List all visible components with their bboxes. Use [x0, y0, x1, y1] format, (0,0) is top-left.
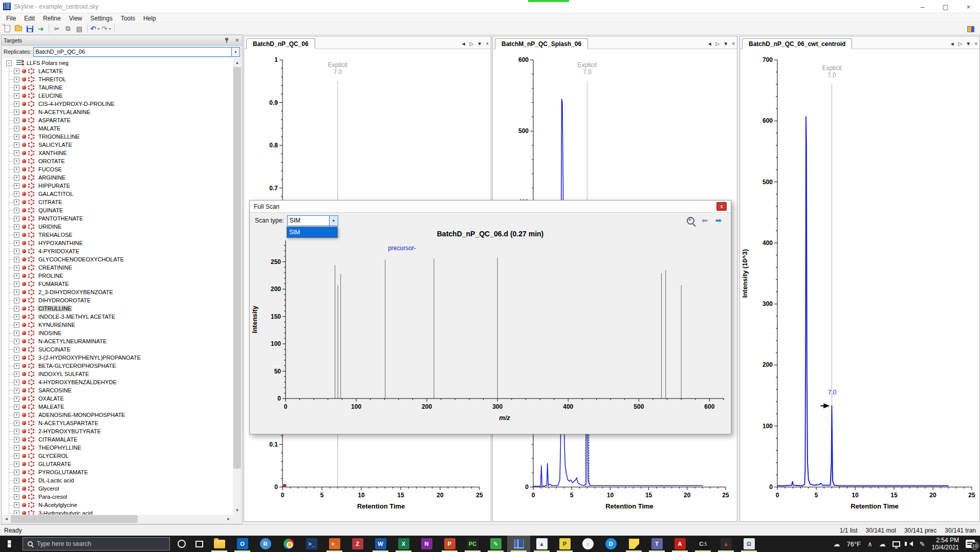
tree-item[interactable]: +SALICYLATE	[2, 141, 233, 149]
expand-icon[interactable]: +	[14, 216, 19, 222]
tree-item[interactable]: +N-ACETYLASPARTATE	[2, 419, 233, 427]
tree-item[interactable]: +SUCCINATE	[2, 345, 233, 354]
tree-item[interactable]: +Glycerol	[2, 484, 233, 493]
tree-item[interactable]: +KYNURENINE	[2, 321, 233, 329]
start-button[interactable]	[0, 536, 23, 552]
tree-item[interactable]: +CITRAMALATE	[2, 435, 233, 444]
scan-type-combo[interactable]: SIM ▼	[287, 215, 338, 226]
expand-icon[interactable]: +	[14, 290, 19, 295]
taskbar-file-explorer-icon[interactable]	[208, 536, 231, 552]
expand-icon[interactable]: +	[14, 109, 19, 115]
tree-root[interactable]: −LLFS Polars neg	[2, 59, 233, 67]
copy-button[interactable]: ⧉	[63, 24, 73, 34]
zoom-icon[interactable]	[687, 217, 694, 225]
panel-menu-icon[interactable]: ▼	[477, 41, 482, 47]
expand-icon[interactable]: +	[14, 273, 19, 279]
clock[interactable]: 2:54 PM 10/4/2021	[932, 537, 959, 551]
expand-icon[interactable]: +	[14, 240, 19, 246]
tree-item[interactable]: +LACTATE	[2, 67, 233, 75]
taskbar-cmd-icon[interactable]: C:\	[691, 536, 714, 552]
taskbar-itunes-icon[interactable]: ♪	[576, 536, 599, 552]
tree-item[interactable]: +LEUCINE	[2, 92, 233, 100]
expand-icon[interactable]: +	[14, 494, 19, 500]
targets-vertical-scrollbar[interactable]: ▲ ▼	[233, 58, 242, 515]
tree-item[interactable]: +ADENOSINE-MONOPHOSPHATE	[2, 411, 233, 419]
import-results-button[interactable]: ➔	[36, 24, 46, 34]
prev-tab-icon[interactable]: ◄	[461, 41, 466, 47]
tree-item[interactable]: +3-Hydroxybutyric acid	[2, 509, 233, 515]
menu-view[interactable]: View	[65, 14, 86, 23]
expand-icon[interactable]: +	[14, 265, 19, 271]
expand-icon[interactable]: +	[14, 470, 19, 475]
taskbar-msconvert-icon[interactable]: ▲	[714, 536, 737, 552]
network-icon[interactable]	[892, 541, 900, 547]
taskbar-outlook-icon[interactable]: O	[231, 536, 254, 552]
tree-item[interactable]: +OROTATE	[2, 157, 233, 165]
taskbar-notes-app-icon[interactable]: ✎	[484, 536, 507, 552]
tree-item[interactable]: +3-(2-HYDROXYPHENYL)PROPANOATE	[2, 354, 233, 362]
expand-icon[interactable]: +	[14, 355, 19, 361]
tree-item[interactable]: +GLUTARATE	[2, 460, 233, 468]
temperature[interactable]: 76°F	[847, 540, 861, 548]
expand-icon[interactable]: +	[14, 363, 19, 369]
expand-icon[interactable]: +	[14, 77, 19, 82]
tree-item[interactable]: +URIDINE	[2, 223, 233, 231]
tree-item[interactable]: +DL-Lactic acid	[2, 476, 233, 484]
expand-icon[interactable]: +	[14, 298, 19, 303]
scroll-left-icon[interactable]: ◄	[2, 515, 11, 523]
expand-icon[interactable]: +	[14, 101, 19, 107]
tree-item[interactable]: +4-HYDROXYBENZALDEHYDE	[2, 378, 233, 386]
tree-item[interactable]: +FUCOSE	[2, 165, 233, 173]
expand-icon[interactable]: +	[14, 249, 19, 254]
tab-BatchM_nP_QC_Splash_06[interactable]: BatchM_nP_QC_Splash_06	[495, 38, 588, 49]
menu-tools[interactable]: Tools	[117, 14, 139, 23]
expand-icon[interactable]: +	[14, 257, 19, 262]
taskbar-zotero-icon[interactable]: Z	[346, 536, 369, 552]
new-document-button[interactable]	[2, 24, 12, 34]
targets-close-icon[interactable]: ×	[234, 37, 240, 44]
panel-menu-icon[interactable]: ▼	[966, 41, 971, 47]
tab-BatchD_nP_QC_06[interactable]: BatchD_nP_QC_06	[246, 38, 315, 49]
library-button[interactable]	[966, 24, 976, 34]
tree-item[interactable]: +XANTHINE	[2, 149, 233, 157]
panel-menu-icon[interactable]: ▼	[723, 41, 728, 47]
cut-button[interactable]: ✂	[52, 24, 62, 34]
taskbar-word-icon[interactable]: W	[369, 536, 392, 552]
save-button[interactable]	[25, 24, 35, 34]
tree-item[interactable]: +QUINATE	[2, 206, 233, 214]
taskbar-docker-icon[interactable]: D	[599, 536, 622, 552]
search-input[interactable]: Type here to search	[23, 537, 170, 550]
expand-icon[interactable]: +	[14, 437, 19, 443]
taskbar-onenote-icon[interactable]: N	[415, 536, 438, 552]
menu-help[interactable]: Help	[139, 14, 160, 23]
tree-item[interactable]: +MALATE	[2, 124, 233, 133]
onedrive-icon[interactable]: ☁	[879, 540, 886, 548]
tree-item[interactable]: +ASPARTATE	[2, 116, 233, 124]
next-tab-icon[interactable]: ▷	[959, 41, 963, 47]
tree-item[interactable]: +CITRULLINE	[2, 304, 233, 313]
expand-icon[interactable]: +	[14, 322, 19, 328]
expand-icon[interactable]: +	[14, 486, 19, 492]
pen-icon[interactable]: ✎	[920, 540, 925, 548]
menu-edit[interactable]: Edit	[20, 14, 39, 23]
cortana-button[interactable]	[173, 540, 190, 548]
targets-horizontal-scrollbar[interactable]: ◄ ►	[2, 515, 233, 523]
tree-item[interactable]: +TRIGONELLINE	[2, 133, 233, 141]
tree-item[interactable]: +BETA-GLYCEROPHOSPHATE	[2, 362, 233, 370]
expand-icon[interactable]: +	[14, 306, 19, 312]
tree-item[interactable]: +N-ACETYLNEURAMINATE	[2, 337, 233, 345]
tree-item[interactable]: +HIPPURATE	[2, 182, 233, 190]
tree-item[interactable]: +CIS-4-HYDROXY-D-PROLINE	[2, 100, 233, 108]
tree-item[interactable]: +N-ACETYLALANINE	[2, 108, 233, 116]
tree-item[interactable]: +DIHYDROOROTATE	[2, 296, 233, 304]
expand-icon[interactable]: +	[14, 330, 19, 336]
taskbar-acrobat-icon[interactable]: A	[668, 536, 691, 552]
taskbar-chrome-icon[interactable]	[277, 536, 300, 552]
expand-icon[interactable]: +	[14, 191, 19, 197]
expand-icon[interactable]: +	[14, 461, 19, 467]
tree-item[interactable]: +INDOXYL SULFATE	[2, 370, 233, 378]
prev-scan-icon[interactable]: ⬅	[702, 216, 708, 225]
tree-item[interactable]: +SARCOSINE	[2, 386, 233, 394]
tree-item[interactable]: +N-Acetylglycine	[2, 501, 233, 509]
expand-icon[interactable]: +	[14, 126, 19, 131]
